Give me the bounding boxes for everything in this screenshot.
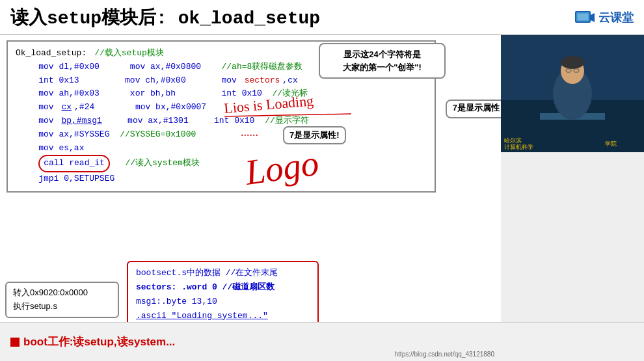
code-comment1: //载入setup模块 [94, 47, 164, 60]
svg-text:计算机科学: 计算机科学 [504, 144, 533, 150]
svg-text:Lios is Loading: Lios is Loading [223, 92, 314, 116]
data-box-header: bootsect.s中的数据 //在文件末尾 [136, 266, 310, 280]
video-svg: 哈尔滨 计算机科学 学院 [501, 35, 644, 152]
svg-point-13 [561, 56, 584, 69]
header: 读入setup模块后: ok_load_setup 云课堂 [0, 0, 644, 35]
logo-text: 云课堂 [598, 10, 634, 25]
svg-text:哈尔滨: 哈尔滨 [504, 137, 522, 144]
data-box-line1: sectors: .word 0 //磁道扇区数 [136, 280, 310, 295]
svg-text:学院: 学院 [605, 140, 617, 147]
handwriting-area: Lios is Loading ...... Logo [221, 87, 364, 217]
data-box-line2: msg1:.byte 13,10 [136, 295, 310, 309]
handwriting-svg: Lios is Loading ...... Logo [221, 87, 364, 217]
code-label: Ok_load_setup: [16, 47, 87, 60]
annotation-bubble-right: 显示这24个字符将是 大家的第一个"创举"! [319, 43, 446, 79]
bottom-bar: boot工作:读setup,读system... [0, 322, 644, 361]
right-panel: 哈尔滨 计算机科学 学院 [501, 35, 644, 361]
logo-area: 云课堂 [574, 8, 634, 27]
svg-rect-3 [578, 14, 588, 20]
svg-text:......: ...... [241, 126, 258, 139]
info-box-bottom-left: 转入0x9020:0x0000 执行setup.s [5, 282, 119, 318]
page-title: 读入setup模块后: ok_load_setup [10, 5, 320, 30]
data-box-line3: .ascii "Loading system..." [136, 309, 310, 323]
boot-text: boot工作:读setup,读system... [23, 334, 175, 349]
svg-text:Logo: Logo [242, 143, 321, 193]
video-thumbnail: 哈尔滨 计算机科学 学院 [501, 35, 644, 152]
title-code: ok_load_setup [178, 8, 320, 29]
code-panel: Ok_load_setup: //载入setup模块 mov dl,#0x00 … [0, 35, 501, 361]
main-content: Ok_load_setup: //载入setup模块 mov dl,#0x00 … [0, 35, 644, 361]
call-read-it: call read_it [38, 155, 110, 172]
boot-icon [10, 338, 20, 347]
svg-marker-1 [591, 13, 595, 22]
url-bar: https://blog.csdn.net/qq_43121880 [395, 351, 494, 358]
logo-icon [574, 8, 595, 27]
